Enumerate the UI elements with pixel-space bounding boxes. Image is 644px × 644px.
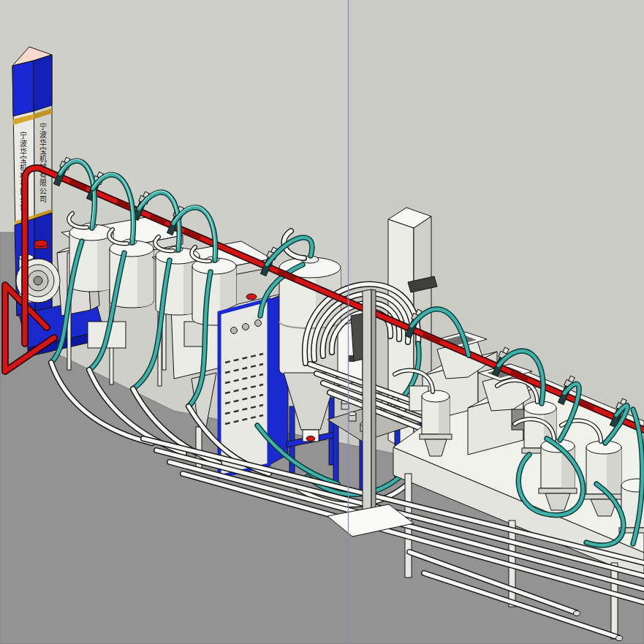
receiver3-collar — [539, 488, 577, 493]
cad-render-viewport: 宁波华宝机械有限公司 宁波华宝机械有限公司 — [0, 0, 644, 644]
pipe-end-cap-2 — [616, 636, 623, 641]
hopper-outlet-clamp — [306, 436, 315, 442]
pipe-end-cap-1 — [574, 611, 580, 616]
post-front — [363, 289, 371, 515]
hopperB-shade — [137, 249, 154, 307]
pump-hub — [34, 276, 42, 285]
table-leg-3 — [611, 563, 618, 639]
pump-red-cap — [34, 240, 48, 247]
signpost-blue-cap-left — [12, 61, 34, 116]
cabinet-knob-2[interactable] — [243, 324, 249, 330]
bank2-panel — [184, 322, 205, 346]
cabinet-knob-3[interactable] — [255, 320, 262, 327]
receiver1-dome — [422, 390, 450, 402]
cabinet-power-switch[interactable] — [246, 294, 257, 300]
signpost-text-right: 宁波华宝机械有限公司 — [39, 122, 47, 203]
receiver4-shade — [607, 447, 621, 494]
receiver1-collar — [420, 434, 452, 439]
scene-3d-conveying-system: 宁波华宝机械有限公司 宁波华宝机械有限公司 — [0, 0, 644, 644]
signpost-blue-cap-right — [34, 55, 52, 111]
manifold-leg-1 — [333, 421, 338, 484]
receiver4-collar — [584, 494, 624, 499]
cabinet-knob-1[interactable] — [231, 327, 238, 334]
post-side — [371, 289, 376, 513]
